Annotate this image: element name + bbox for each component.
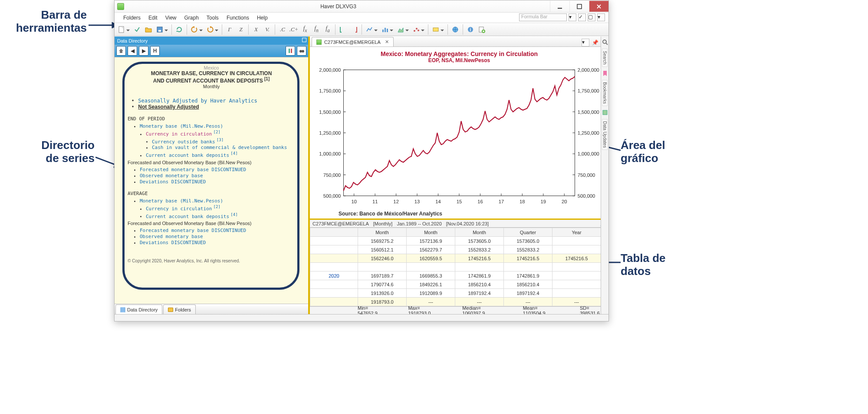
chart-subtitle: EOP, NSA, Mil.NewPesos [317,57,602,63]
link-cob[interactable]: Currency outside banks [152,139,215,144]
tb-c-button[interactable]: .C [277,24,288,35]
close-button[interactable] [589,1,608,12]
link-cic-eop[interactable]: Currency in circulation [146,131,212,137]
tab-pin-icon[interactable]: 📌 [591,39,599,46]
tb-addpage-button[interactable] [477,24,487,35]
menu-edit[interactable]: Edit [145,13,161,23]
link-cic-avg[interactable]: Currency in circulation [146,206,212,212]
dir-find-button[interactable] [297,46,306,56]
highlight-icon [432,26,439,33]
svg-text:18: 18 [519,199,525,204]
menu-graph[interactable]: Graph [181,13,202,23]
menu-view[interactable]: View [162,13,180,23]
dir-back-button[interactable]: ◀ [128,46,137,56]
svg-text:1,500,000: 1,500,000 [319,109,341,114]
formula-check-button[interactable]: ✓ [578,13,586,21]
tb-highlight-button[interactable] [431,24,441,35]
tb-globe-button[interactable] [450,24,460,35]
dir-forward-button[interactable]: ▶ [139,46,148,56]
tb-barchart-button[interactable] [380,24,390,35]
link-cab-eop[interactable]: Current account bank deposits [146,152,229,158]
link-fmb-1[interactable]: Forecasted monetary base DISCONTINUED [140,167,246,172]
svg-text:1,000,000: 1,000,000 [319,151,341,156]
tb-x-button[interactable]: X [251,24,261,35]
svg-text:15: 15 [457,199,462,204]
rail-data-updates[interactable]: Data Updates [602,119,608,150]
link-dev-1[interactable]: Deviations DISCONTINUED [140,179,206,185]
menu-tools[interactable]: Tools [203,13,222,23]
tb-cplus-button[interactable]: .C+ [289,24,299,35]
formula-bar[interactable]: Formula Bar [519,13,567,21]
rail-search[interactable]: Search [602,49,608,67]
svg-text:1,000,000: 1,000,000 [578,151,599,156]
tb-save-button[interactable] [155,24,165,35]
svg-text:750,000: 750,000 [578,172,595,178]
link-sa[interactable]: Seasonally Adjusted by Haver Analytics [138,98,257,104]
menu-functions[interactable]: Functions [223,13,253,23]
tb-v-button[interactable]: V. [262,24,273,35]
pin-icon[interactable] [302,38,306,42]
bookmark-rail-icon[interactable] [602,70,608,76]
updates-rail-icon[interactable] [602,109,608,116]
doc-tab-series[interactable]: C273FMCE@EMERGELA ✕ [312,37,394,46]
link-civ[interactable]: Cash in vault of commercial & developmen… [152,145,287,150]
tb-open-button[interactable] [143,24,154,35]
link-mb-eop[interactable]: Monetary base (Mil.New.Pesos) [140,123,223,129]
tb-linechart-button[interactable] [364,24,375,35]
dir-home-button[interactable] [116,46,126,56]
tab-close-icon[interactable]: ✕ [383,39,389,45]
tb-refresh-button[interactable] [174,24,184,35]
tb-level-button[interactable]: Γ [224,24,235,35]
svg-rect-17 [385,28,386,32]
home-icon [118,48,124,53]
tb-info-button[interactable]: i [465,24,476,35]
menu-folders[interactable]: Folders [120,13,144,23]
svg-rect-34 [121,311,125,312]
chart-source: Source: Banco de México/Haver Analytics [317,211,602,217]
tb-undo-button[interactable] [189,24,200,35]
search-rail-icon[interactable] [602,39,608,45]
svg-text:13: 13 [414,199,420,204]
tab-folders[interactable]: Folders [163,305,196,314]
formula-more-button[interactable]: ▾ [597,13,605,21]
link-omb-1[interactable]: Observed monetary base [140,173,203,179]
link-fmb-2[interactable]: Forecasted monetary base DISCONTINUED [140,228,246,233]
tb-z-button[interactable]: Z [236,24,246,35]
svg-text:1,250,000: 1,250,000 [578,130,599,136]
maximize-button[interactable] [569,1,589,12]
formula-window-button[interactable]: ▢ [588,13,595,21]
dir-heading-1: MONETARY BASE, CURRENCY IN CIRCULATION [128,70,295,76]
menu-help[interactable]: Help [253,13,271,23]
axis-left-icon [339,26,346,33]
tb-areachart-button[interactable] [395,24,406,35]
tb-new-button[interactable] [116,24,127,35]
tb-fn-button[interactable]: fn [311,24,322,35]
formula-dropdown-button[interactable]: ▾ [569,13,576,21]
svg-text:500,000: 500,000 [323,193,341,199]
tb-fa-button[interactable]: fa [322,24,333,35]
tb-leftaxis-button[interactable] [338,24,348,35]
line-chart[interactable]: 500,000500,000750,000750,0001,000,0001,0… [317,65,602,210]
tab-list-dropdown[interactable]: ▾ [582,39,589,46]
tb-rightaxis-button[interactable] [349,24,359,35]
tb-redo-button[interactable] [205,24,215,35]
rail-bookmarks[interactable]: Bookmarks [602,80,608,106]
bottom-tabs: Data Directory Folders [115,304,308,314]
tb-scatterchart-button[interactable] [411,24,421,35]
dir-haver-button[interactable]: H [150,46,160,56]
tab-data-directory[interactable]: Data Directory [115,305,162,314]
tb-check-button[interactable] [132,24,142,35]
callout-table: Tabla dedatos [621,252,690,278]
link-mb-avg[interactable]: Monetary base (Mil.New.Pesos) [140,198,223,204]
minimize-button[interactable] [550,1,569,12]
tb-fx-button[interactable]: fx [300,24,310,35]
folder-icon [168,308,173,312]
link-nsa[interactable]: Not Seasonally Adjusted [138,104,199,110]
data-table[interactable]: MonthMonthMonthQuarterYear1569275.215721… [310,228,601,306]
svg-marker-13 [176,30,178,32]
dir-filter-button[interactable] [286,46,295,56]
link-dev-2[interactable]: Deviations DISCONTINUED [140,240,206,245]
link-omb-2[interactable]: Observed monetary base [140,234,203,239]
link-cab-avg[interactable]: Current account bank deposits [146,213,229,219]
svg-text:1,250,000: 1,250,000 [319,130,341,136]
